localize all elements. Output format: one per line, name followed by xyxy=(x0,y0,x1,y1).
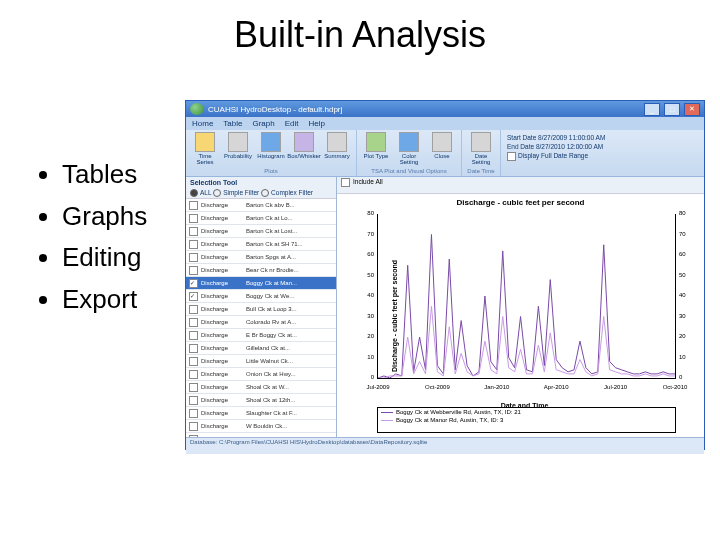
ribbon-probability-button[interactable]: Probability xyxy=(223,132,253,165)
ribbon-group-options: TSA Plot and Visual Options xyxy=(361,168,457,174)
selection-tool-header: Selection Tool xyxy=(186,177,336,188)
legend-swatch-1 xyxy=(381,412,393,413)
app-icon xyxy=(190,103,204,115)
plottype-icon xyxy=(366,132,386,152)
menu-edit[interactable]: Edit xyxy=(285,119,299,128)
boxwhisker-icon xyxy=(294,132,314,152)
ribbon-group-date: Date Time xyxy=(466,168,496,174)
datesetting-icon xyxy=(471,132,491,152)
color-icon xyxy=(399,132,419,152)
timeseries-icon xyxy=(195,132,215,152)
full-date-checkbox[interactable] xyxy=(507,152,516,161)
app-window: CUAHSI HydroDesktop - default.hdprj _ □ … xyxy=(185,100,705,450)
plot-toolbar: Include All xyxy=(337,177,704,194)
ribbon-plottype-button[interactable]: Plot Type xyxy=(361,132,391,165)
window-title: CUAHSI HydroDesktop - default.hdprj xyxy=(208,105,640,114)
minimize-button[interactable]: _ xyxy=(644,103,660,116)
ribbon: Time Series Probability Histogram Box/Wh… xyxy=(186,130,704,177)
ribbon-timeseries-button[interactable]: Time Series xyxy=(190,132,220,165)
menu-help[interactable]: Help xyxy=(309,119,325,128)
slide-title: Built-in Analysis xyxy=(0,14,720,56)
plot-box: 0010102020303040405050606070708080Jul-20… xyxy=(377,214,676,379)
ribbon-date-info: Start Date 8/27/2009 11:00:00 AM End Dat… xyxy=(501,130,704,176)
ribbon-color-button[interactable]: Color Setting xyxy=(394,132,424,165)
ribbon-summary-button[interactable]: Summary xyxy=(322,132,352,165)
ribbon-close-button[interactable]: Close xyxy=(427,132,457,165)
radio-all[interactable] xyxy=(190,189,198,197)
bullet-item: Export xyxy=(62,281,147,319)
ribbon-datesetting-button[interactable]: Date Setting xyxy=(466,132,496,165)
close-button[interactable]: ✕ xyxy=(684,103,700,116)
radio-simple[interactable] xyxy=(213,189,221,197)
legend-swatch-2 xyxy=(381,420,393,421)
bullet-item: Editing xyxy=(62,239,147,277)
status-bar: Database: C:\Program Files\CUAHSI HIS\Hy… xyxy=(186,437,704,454)
ribbon-boxwhisker-button[interactable]: Box/Whisker xyxy=(289,132,319,165)
probability-icon xyxy=(228,132,248,152)
series-sidebar: Selection Tool ALL Simple Filter Complex… xyxy=(186,177,337,437)
closeplot-icon xyxy=(432,132,452,152)
chart-svg xyxy=(378,214,675,378)
histogram-icon xyxy=(261,132,281,152)
ribbon-histogram-button[interactable]: Histogram xyxy=(256,132,286,165)
radio-complex[interactable] xyxy=(261,189,269,197)
chart-title: Discharge - cubic feet per second xyxy=(341,198,700,207)
include-all-checkbox[interactable] xyxy=(341,178,350,187)
menu-table[interactable]: Table xyxy=(223,119,242,128)
selection-mode: ALL Simple Filter Complex Filter xyxy=(186,188,336,198)
menu-graph[interactable]: Graph xyxy=(252,119,274,128)
summary-icon xyxy=(327,132,347,152)
bullet-list: Tables Graphs Editing Export xyxy=(22,156,147,323)
titlebar: CUAHSI HydroDesktop - default.hdprj _ □ … xyxy=(186,101,704,117)
plot-area: Include All Discharge - cubic feet per s… xyxy=(337,177,704,437)
menu-bar: Home Table Graph Edit Help xyxy=(186,117,704,130)
menu-home[interactable]: Home xyxy=(192,119,213,128)
series-list[interactable]: DischargeBarton Ck abv B... DischargeBar… xyxy=(186,198,336,437)
bullet-item: Tables xyxy=(62,156,147,194)
chart-legend: Boggy Ck at Webberville Rd, Austin, TX, … xyxy=(377,407,676,433)
ribbon-group-plots: Plots xyxy=(190,168,352,174)
maximize-button[interactable]: □ xyxy=(664,103,680,116)
bullet-item: Graphs xyxy=(62,198,147,236)
chart: Discharge - cubic feet per second Discha… xyxy=(337,194,704,437)
